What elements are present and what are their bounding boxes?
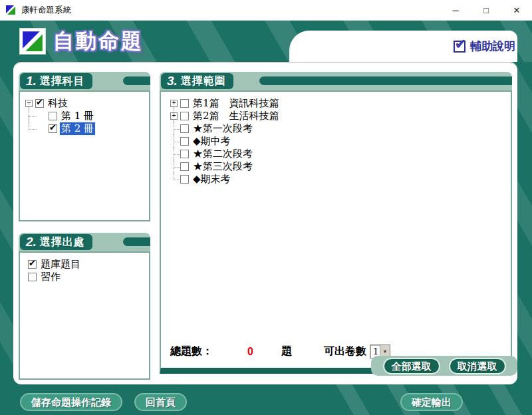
page-title: 自動命題 [53,27,144,55]
total-count-label: 總題數： [170,345,213,358]
source-label[interactable]: 習作 [39,271,62,283]
maximize-button[interactable]: □ [471,0,501,20]
checkbox-question-bank[interactable]: ✔ [28,260,37,269]
panel2-title-tab: 2. 選擇出處 [20,234,92,250]
tree-row-volume1: 第 1 冊 [24,110,146,122]
panel-select-subject: 1. 選擇科目 − ✔ 科技 第 1 冊 [19,72,150,90]
tree-row-exam2: ★第二次段考 [169,148,508,160]
panel3-title: 選擇範圍 [181,74,226,88]
panel1-title: 選擇科目 [40,74,85,88]
checkbox-exam1[interactable] [180,124,189,133]
help-check-icon: ✔ [454,41,466,53]
checkbox-exam3[interactable] [180,162,189,171]
titlebar: 康軒命題系統 ─ □ ✕ [0,0,532,21]
totals-row: 總題數： 0 題 可出卷數 1 ▼ [170,345,390,358]
subject-tree: − ✔ 科技 第 1 冊 ✔ 第 2 冊 [19,90,150,221]
panel2-header: 2. 選擇出處 [19,233,150,251]
minimize-button[interactable]: ─ [440,0,471,20]
tree-label[interactable]: ★第一次段考 [192,122,254,135]
total-count-value: 0 [247,346,253,358]
source-row-workbook: 習作 [24,271,146,283]
brand-logo-icon [20,29,45,54]
panel2-header-bar [123,237,150,246]
panel1-header: 1. 選擇科目 [19,72,150,90]
checkbox-workbook[interactable] [28,273,37,281]
checkbox-volume2[interactable]: ✔ [49,124,57,133]
window-title: 康軒命題系統 [21,5,71,16]
tree-label[interactable]: 科技 [47,97,69,110]
tree-row-exam3: ★第三次段考 [169,160,508,173]
source-row-bank: ✔ 題庫題目 [24,258,146,271]
checkbox-part2[interactable] [180,112,189,120]
help-button[interactable]: ✔ 輔助說明 [454,39,515,54]
panel1-header-bar [123,76,150,85]
home-button[interactable]: 回首頁 [134,393,187,411]
tree-row-final: ◆期末考 [169,173,508,186]
tree-label-selected[interactable]: 第 2 冊 [60,122,95,135]
panel-select-range: 3. 選擇範圍 + 第1篇 資訊科技篇 + [160,72,512,381]
tree-row-part2: + 第2篇 生活科技篇 [169,110,508,122]
source-label[interactable]: 題庫題目 [39,258,82,271]
source-list: ✔ 題庫題目 習作 [19,251,150,380]
panel3-header: 3. 選擇範圍 [160,72,512,90]
panel3-number: 3. [167,74,178,88]
footer-bar: 儲存命題操作記錄 回首頁 確定輸出 [0,384,532,415]
panel-select-source: 2. 選擇出處 ✔ 題庫題目 習作 [19,233,150,251]
save-record-button[interactable]: 儲存命題操作記錄 [20,393,122,411]
tree-row-subject: − ✔ 科技 [24,97,146,110]
select-all-button[interactable]: 全部選取 [383,358,440,374]
checkbox-part1[interactable] [180,99,189,108]
checkbox-final[interactable] [180,175,189,184]
tree-label[interactable]: 第1篇 資訊科技篇 [192,97,281,110]
panel1-number: 1. [26,74,37,88]
selection-actions: 全部選取 取消選取 [371,356,517,376]
tree-row-exam1: ★第一次段考 [169,122,508,135]
panel2-title: 選擇出處 [40,235,85,249]
page-header: 自動命題 ✔ 輔助說明 [0,20,532,62]
tree-label[interactable]: ★第二次段考 [192,148,254,160]
panel3-title-tab: 3. 選擇範圍 [161,73,233,89]
expand-toggle-icon[interactable]: + [170,112,178,120]
deselect-all-button[interactable]: 取消選取 [449,358,506,374]
brand: 自動命題 [20,27,144,55]
window-controls: ─ □ ✕ [440,0,532,20]
confirm-output-button[interactable]: 確定輸出 [400,393,463,411]
close-button[interactable]: ✕ [501,0,532,20]
panel2-number: 2. [26,235,37,249]
range-tree: + 第1篇 資訊科技篇 + 第2篇 生活科技篇 [160,90,512,374]
app-logo-icon [5,5,16,15]
help-label: 輔助說明 [470,39,515,54]
tree-row-midterm: ◆期中考 [169,135,508,148]
tree-label[interactable]: 第 1 冊 [60,110,95,122]
tree-row-part1: + 第1篇 資訊科技篇 [169,97,508,110]
tree-label[interactable]: ◆期末考 [192,173,232,186]
tree-label[interactable]: ★第三次段考 [192,160,254,173]
paper-count-label: 可出卷數 [324,345,366,358]
panel3-header-bar [259,76,512,85]
tree-row-volume2: ✔ 第 2 冊 [24,122,146,135]
expand-toggle-icon[interactable]: + [170,100,178,107]
checkbox-exam2[interactable] [180,150,189,158]
panel1-title-tab: 1. 選擇科目 [20,73,92,89]
app-window: 康軒命題系統 ─ □ ✕ 自動命題 ✔ 輔助說明 [0,0,532,415]
content-card: 1. 選擇科目 − ✔ 科技 第 1 冊 [13,62,517,384]
checkbox-volume1[interactable] [49,112,57,120]
total-count-unit: 題 [281,345,292,358]
tree-label[interactable]: ◆期中考 [192,135,232,148]
checkbox-midterm[interactable] [180,137,189,146]
tree-label[interactable]: 第2篇 生活科技篇 [192,110,281,122]
